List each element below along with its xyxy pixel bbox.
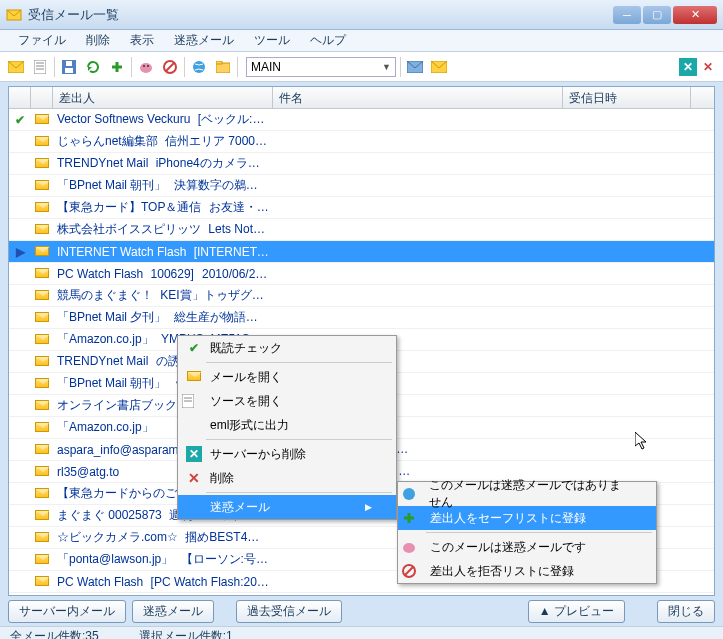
menu-item[interactable]: このメールは迷惑メールではありません — [398, 482, 656, 506]
menu-item[interactable]: メールを開く — [178, 365, 396, 389]
refresh-icon[interactable] — [83, 57, 103, 77]
menu-item[interactable]: ソースを開く — [178, 389, 396, 413]
save-icon[interactable] — [59, 57, 79, 77]
row-subject: 信州エリア 7000円から泊まれる人気16宿のお得プラン【臨時… — [161, 134, 273, 148]
preview-button[interactable]: ▲ プレビュー — [528, 600, 625, 623]
envelope-icon — [31, 355, 53, 369]
row-subject — [154, 420, 162, 434]
mail-row[interactable]: 「BPnet Mail 朝刊」 決算数字の鵜呑みは危険、自分なりの疑問や仮説が重… — [9, 175, 714, 197]
menu-item-label: このメールは迷惑メールではありません — [425, 477, 632, 511]
col-status[interactable] — [9, 87, 31, 108]
close-dialog-button[interactable]: 閉じる — [657, 600, 715, 623]
mail-row[interactable]: ▶INTERNET Watch Flash [INTERNET Watch Fl… — [9, 241, 714, 263]
row-sender: Vector Softnews Veckuru [ベックル:2010.06.29… — [53, 111, 273, 128]
separator — [131, 57, 132, 77]
row-sender: じゃらんnet編集部 信州エリア 7000円から泊まれる人気16宿のお得プラン【… — [53, 133, 273, 150]
menu-separator — [206, 439, 392, 440]
menu-item[interactable]: このメールは迷惑メールです — [398, 535, 656, 559]
envelope-icon — [31, 311, 53, 325]
close-button[interactable]: ✕ — [673, 6, 717, 24]
menu-item[interactable]: ✕削除 — [178, 466, 396, 490]
menu-view[interactable]: 表示 — [120, 30, 164, 51]
mail-row[interactable]: 株式会社ボイススピリッツ Lets Noteとのセットキャンペーンのお知らせ20… — [9, 219, 714, 241]
context-menu: ✔既読チェックメールを開くソースを開くeml形式に出力✕サーバーから削除✕削除迷… — [177, 335, 397, 520]
mail-icon[interactable] — [6, 57, 26, 77]
spam-mail-button[interactable]: 迷惑メール — [132, 600, 214, 623]
menu-item-label: eml形式に出力 — [206, 417, 289, 434]
ban-icon[interactable] — [160, 57, 180, 77]
svg-rect-7 — [65, 68, 73, 73]
row-subject: 決算数字の鵜呑みは危険、自分なりの疑問や仮説が重要 [… — [170, 178, 273, 192]
col-envelope[interactable] — [31, 87, 53, 108]
menu-item-icon — [182, 394, 206, 408]
menu-item-label: このメールは迷惑メールです — [426, 539, 586, 556]
envelope-icon — [31, 289, 53, 303]
row-sender: PC Watch Flash [PC Watch Flash:20100626]… — [53, 575, 273, 589]
envelope-icon — [31, 443, 53, 457]
doc-icon[interactable] — [30, 57, 50, 77]
mail-row[interactable]: 【東急カード】TOP＆通信 お友達・ご家族を紹介してTOKYUポイントをもらおう… — [9, 197, 714, 219]
globe-icon[interactable] — [189, 57, 209, 77]
menu-item-icon — [402, 540, 426, 554]
menu-file[interactable]: ファイル — [8, 30, 76, 51]
svg-rect-2 — [34, 60, 46, 74]
row-subject: 【ローソン:号外】現金１，０００万円・3D VIERA・沖縄ツア… — [177, 552, 273, 566]
titlebar: 受信メール一覧 ─ ▢ ✕ — [0, 0, 723, 30]
menu-item[interactable]: ✔既読チェック — [178, 336, 396, 360]
menu-item[interactable]: 差出人を拒否リストに登録 — [398, 559, 656, 583]
mail-row[interactable]: PC Watch Flash 100629]2010/06/28 19:28 — [9, 263, 714, 285]
add-icon[interactable] — [107, 57, 127, 77]
folder-icon[interactable] — [213, 57, 233, 77]
mail-row[interactable]: 競馬のまぐまぐ！ KEI賞」トゥザグローリー、重賞初制覇…2010/06/28 … — [9, 285, 714, 307]
row-sender: 「ponta@lawson.jp」 【ローソン:号外】現金１，０００万円・3D … — [53, 551, 273, 568]
menu-item-label: 差出人をセーフリストに登録 — [426, 510, 586, 527]
separator — [54, 57, 55, 77]
menu-item-icon: ✔ — [182, 341, 206, 355]
spam-icon[interactable] — [136, 57, 156, 77]
col-sender[interactable]: 差出人 — [53, 87, 273, 108]
minimize-button[interactable]: ─ — [613, 6, 641, 24]
menu-spam[interactable]: 迷惑メール — [164, 30, 244, 51]
row-subject: [PC Watch Flash:20100626] — [147, 575, 273, 589]
menu-item-icon — [402, 564, 426, 578]
past-mail-button[interactable]: 過去受信メール — [236, 600, 342, 623]
menu-item[interactable]: eml形式に出力 — [178, 413, 396, 437]
mail-row[interactable]: TRENDYnet Mail iPhone4のカメラは写りすぎる？／実力点検！V… — [9, 153, 714, 175]
envelope-icon — [31, 553, 53, 567]
bottombar: サーバー内メール 迷惑メール 過去受信メール ▲ プレビュー 閉じる — [0, 596, 723, 626]
envelope-icon — [31, 113, 53, 127]
svg-point-27 — [403, 543, 415, 553]
row-subject: 掴めBEST4！お買い得品満載のウィークエンドセール実施中… — [181, 530, 273, 544]
account-combo[interactable]: MAIN ▼ — [246, 57, 396, 77]
menu-item-label: 既読チェック — [206, 340, 282, 357]
menu-item-label: メールを開く — [206, 369, 282, 386]
svg-rect-18 — [216, 61, 222, 64]
col-date[interactable]: 受信日時 — [563, 87, 691, 108]
context-submenu: このメールは迷惑メールではありません差出人をセーフリストに登録このメールは迷惑メ… — [397, 481, 657, 584]
menu-item-icon — [402, 511, 426, 525]
maximize-button[interactable]: ▢ — [643, 6, 671, 24]
row-date: 2010/06/28 19:28 — [198, 267, 273, 281]
row-subject: [ベックル:2010.06.29] 独自の新形式「EGG」を含む40種類の… — [194, 112, 273, 126]
col-subject[interactable]: 件名 — [273, 87, 563, 108]
mail-row[interactable]: ✔Vector Softnews Veckuru [ベックル:2010.06.2… — [9, 109, 714, 131]
menu-help[interactable]: ヘルプ — [300, 30, 356, 51]
mail-filter-icon[interactable] — [405, 57, 425, 77]
mail-row[interactable]: じゃらんnet編集部 信州エリア 7000円から泊まれる人気16宿のお得プラン【… — [9, 131, 714, 153]
mail-list: 差出人 件名 受信日時 ✔Vector Softnews Veckuru [ベッ… — [8, 86, 715, 596]
svg-line-15 — [166, 63, 174, 71]
svg-point-16 — [193, 61, 205, 73]
menu-tools[interactable]: ツール — [244, 30, 300, 51]
envelope-icon — [31, 201, 53, 215]
menu-separator — [426, 532, 652, 533]
envelope-icon — [31, 267, 53, 281]
mail-all-icon[interactable] — [429, 57, 449, 77]
menu-item[interactable]: ✕サーバーから削除 — [178, 442, 396, 466]
menu-item[interactable]: 迷惑メール▶ — [178, 495, 396, 519]
delete-button[interactable]: ✕ — [699, 58, 717, 76]
menu-delete[interactable]: 削除 — [76, 30, 120, 51]
list-header: 差出人 件名 受信日時 — [9, 87, 714, 109]
mail-row[interactable]: 「BPnet Mail 夕刊」 総生産が物語る「失われた20年」 [ B…201… — [9, 307, 714, 329]
delete-server-button[interactable]: ✕ — [679, 58, 697, 76]
server-mail-button[interactable]: サーバー内メール — [8, 600, 126, 623]
